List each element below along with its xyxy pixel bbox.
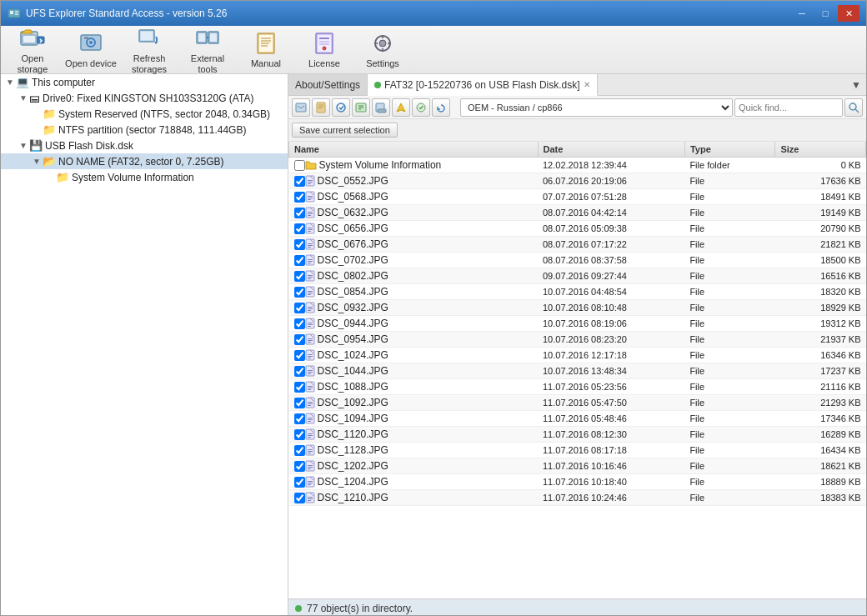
main-toolbar: Open storage Open device Refresh storage…	[1, 26, 866, 74]
table-row[interactable]: DSC_0676.JPG08.07.2016 07:17:22File21821…	[289, 237, 866, 253]
file-date: 09.07.2016 09:27:44	[538, 268, 684, 284]
file-checkbox[interactable]	[294, 208, 305, 218]
file-checkbox[interactable]	[294, 334, 305, 345]
tree-item[interactable]: 📁System Volume Information	[1, 169, 288, 185]
maximize-button[interactable]: □	[814, 5, 836, 22]
tree-item[interactable]: ▼💾USB Flash Disk.dsk	[1, 138, 288, 153]
ft-btn-7[interactable]	[412, 98, 430, 117]
tree-toggle[interactable]: ▼	[4, 78, 16, 87]
table-row[interactable]: DSC_0568.JPG07.07.2016 07:51:28File18491…	[289, 189, 866, 205]
folder-icon	[305, 160, 317, 170]
table-row[interactable]: DSC_0854.JPG10.07.2016 04:48:54File18320…	[289, 284, 866, 300]
file-checkbox[interactable]	[294, 398, 305, 408]
file-checkbox[interactable]	[294, 493, 305, 503]
table-row[interactable]: DSC_1024.JPG10.07.2016 12:17:18File16346…	[289, 348, 866, 363]
file-date: 10.07.2016 04:48:54	[538, 284, 684, 300]
table-row[interactable]: System Volume Information12.02.2018 12:3…	[289, 158, 866, 173]
license-button[interactable]: License	[296, 28, 353, 72]
tab-dropdown-button[interactable]: ▼	[846, 74, 866, 95]
file-checkbox[interactable]	[294, 477, 305, 488]
file-checkbox[interactable]	[294, 176, 305, 187]
license-icon	[311, 30, 338, 57]
table-row[interactable]: DSC_1210.JPG11.07.2016 10:24:46File18383…	[289, 490, 866, 506]
file-checkbox[interactable]	[294, 255, 305, 266]
table-row[interactable]: DSC_0802.JPG09.07.2016 09:27:44File16516…	[289, 268, 866, 284]
tree-item[interactable]: ▼🖴Drive0: Fixed KINGSTON SH103S3120G (AT…	[1, 90, 288, 106]
tree-item[interactable]: 📁System Reserved (NTFS, sector 2048, 0.3…	[1, 106, 288, 122]
ft-btn-2[interactable]	[312, 98, 330, 117]
ft-btn-1[interactable]	[292, 98, 310, 117]
col-header-type[interactable]: Type	[684, 142, 775, 158]
file-checkbox[interactable]	[294, 413, 305, 424]
svg-rect-78	[308, 294, 311, 295]
tree-node-icon: 💾	[29, 139, 43, 152]
open-storage-button[interactable]: Open storage	[4, 28, 61, 72]
file-checkbox[interactable]	[294, 160, 305, 171]
ft-btn-8[interactable]	[432, 98, 450, 117]
table-row[interactable]: DSC_0656.JPG08.07.2016 05:09:38File20790…	[289, 221, 866, 237]
ft-btn-6[interactable]	[392, 98, 410, 117]
close-button[interactable]: ✕	[838, 5, 859, 22]
manual-button[interactable]: Manual	[238, 28, 294, 72]
file-checkbox[interactable]	[294, 382, 305, 393]
table-row[interactable]: DSC_0944.JPG10.07.2016 08:19:06File19312…	[289, 316, 866, 332]
right-panel: About/Settings FAT32 [0-15220736 on USB …	[288, 74, 866, 616]
tree-toggle[interactable]: ▼	[31, 157, 43, 166]
tab-about[interactable]: About/Settings	[288, 74, 368, 95]
table-row[interactable]: DSC_1044.JPG10.07.2016 13:48:34File17237…	[289, 363, 866, 379]
tab-fat32[interactable]: FAT32 [0-15220736 on USB Flash Disk.dsk]…	[368, 74, 598, 96]
file-checkbox[interactable]	[294, 223, 305, 234]
table-row[interactable]: DSC_1120.JPG11.07.2016 08:12:30File16289…	[289, 427, 866, 443]
svg-rect-113	[308, 435, 313, 436]
file-checkbox[interactable]	[294, 318, 305, 329]
file-date: 10.07.2016 08:10:48	[538, 300, 684, 316]
table-row[interactable]: DSC_1094.JPG11.07.2016 05:48:46File17346…	[289, 411, 866, 427]
external-tools-button[interactable]: External tools	[179, 28, 236, 72]
tab-close-icon[interactable]: ✕	[584, 80, 590, 89]
table-row[interactable]: DSC_0552.JPG06.07.2016 20:19:06File17636…	[289, 173, 866, 189]
table-row[interactable]: DSC_1202.JPG11.07.2016 10:16:46File18621…	[289, 458, 866, 474]
table-row[interactable]: DSC_1128.JPG11.07.2016 08:17:18File16434…	[289, 443, 866, 458]
table-row[interactable]: DSC_0932.JPG10.07.2016 08:10:48File18929…	[289, 300, 866, 316]
file-checkbox[interactable]	[294, 429, 305, 440]
tree-node-label: System Volume Information	[72, 172, 194, 183]
tree-toggle[interactable]: ▼	[18, 93, 29, 103]
table-row[interactable]: DSC_0702.JPG08.07.2016 08:37:58File18500…	[289, 253, 866, 268]
file-checkbox[interactable]	[294, 287, 305, 298]
save-selection-button[interactable]: Save current selection	[292, 123, 398, 138]
file-checkbox[interactable]	[294, 192, 305, 203]
ft-btn-4[interactable]	[352, 98, 370, 117]
file-checkbox[interactable]	[294, 461, 305, 472]
table-row[interactable]: DSC_1088.JPG11.07.2016 05:23:56File21116…	[289, 379, 866, 395]
svg-rect-3	[15, 13, 18, 15]
col-header-date[interactable]: Date	[538, 142, 684, 158]
settings-button[interactable]: Settings	[354, 28, 411, 72]
file-size: 18500 KB	[775, 253, 866, 268]
file-checkbox[interactable]	[294, 271, 305, 282]
table-row[interactable]: DSC_1204.JPG11.07.2016 10:18:40File18889…	[289, 474, 866, 490]
search-button[interactable]	[844, 98, 863, 117]
file-checkbox[interactable]	[294, 350, 305, 361]
ft-btn-5[interactable]	[372, 98, 390, 117]
file-checkbox[interactable]	[294, 303, 305, 313]
tree-item[interactable]: ▼📂NO NAME (FAT32, sector 0, 7.25GB)	[1, 153, 288, 169]
table-row[interactable]: DSC_0954.JPG10.07.2016 08:23:20File21937…	[289, 332, 866, 348]
tree-item[interactable]: 📁NTFS partition (sector 718848, 111.44GB…	[1, 122, 288, 138]
col-header-name[interactable]: Name	[289, 142, 539, 158]
file-checkbox[interactable]	[294, 239, 305, 250]
file-icon	[305, 333, 315, 345]
table-row[interactable]: DSC_1092.JPG11.07.2016 05:47:50File21293…	[289, 395, 866, 411]
col-header-size[interactable]: Size	[775, 142, 866, 158]
refresh-storages-button[interactable]: Refresh storages	[121, 28, 178, 72]
quick-find-input[interactable]	[734, 98, 843, 117]
file-icon	[305, 444, 315, 456]
file-checkbox[interactable]	[294, 445, 305, 456]
tree-toggle[interactable]: ▼	[18, 141, 29, 150]
file-checkbox[interactable]	[294, 366, 305, 377]
minimize-button[interactable]: ─	[791, 5, 813, 22]
table-row[interactable]: DSC_0632.JPG08.07.2016 04:42:14File19149…	[289, 205, 866, 221]
encoding-select[interactable]: OEM - Russian / cp866	[460, 98, 733, 117]
ft-btn-3[interactable]	[332, 98, 350, 117]
open-device-button[interactable]: Open device	[63, 28, 119, 72]
tree-item[interactable]: ▼💻This computer	[1, 74, 288, 90]
